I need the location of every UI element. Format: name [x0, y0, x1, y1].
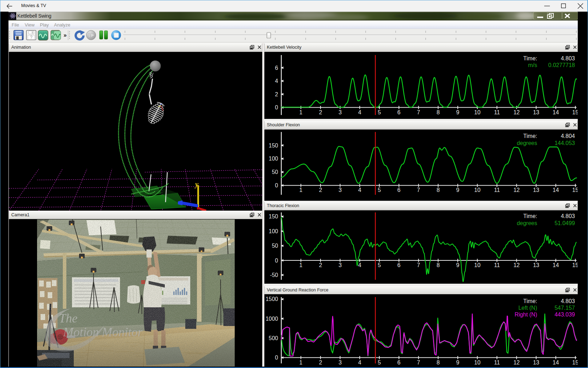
svg-text:degrees: degrees: [517, 140, 537, 146]
svg-text:1: 1: [299, 187, 302, 193]
svg-text:10: 10: [474, 187, 481, 193]
svg-text:7: 7: [417, 109, 420, 115]
svg-text:10: 10: [474, 262, 481, 268]
svg-text:2: 2: [319, 262, 322, 268]
svg-text:0: 0: [275, 104, 278, 110]
svg-text:Right (N): Right (N): [515, 312, 537, 318]
svg-text:Left (N): Left (N): [518, 305, 537, 311]
svg-text:15: 15: [572, 262, 578, 268]
svg-text:degrees: degrees: [517, 220, 537, 226]
svg-text:3: 3: [338, 360, 342, 366]
svg-text:547.157: 547.157: [554, 305, 575, 311]
svg-text:Time:: Time:: [523, 213, 537, 219]
svg-text:6: 6: [397, 187, 401, 193]
svg-text:8: 8: [437, 360, 440, 366]
svg-text:443.039: 443.039: [554, 312, 575, 318]
svg-text:14: 14: [553, 262, 559, 268]
svg-text:10: 10: [474, 360, 481, 366]
svg-text:m/s: m/s: [528, 62, 537, 68]
svg-text:9: 9: [456, 109, 460, 115]
svg-text:13: 13: [533, 360, 539, 366]
svg-text:9: 9: [456, 360, 460, 366]
svg-text:4.803: 4.803: [561, 298, 575, 304]
svg-text:8: 8: [437, 262, 440, 268]
svg-text:Time:: Time:: [523, 133, 537, 139]
svg-text:100: 100: [269, 156, 278, 162]
svg-text:4: 4: [275, 78, 278, 84]
svg-text:150: 150: [269, 213, 278, 219]
svg-text:6: 6: [275, 65, 278, 71]
svg-text:6: 6: [397, 262, 401, 268]
svg-text:7: 7: [417, 187, 420, 193]
svg-text:4.803: 4.803: [561, 213, 575, 219]
svg-text:6: 6: [397, 109, 401, 115]
svg-text:6: 6: [397, 360, 401, 366]
svg-text:150: 150: [269, 142, 278, 148]
svg-text:8: 8: [437, 187, 440, 193]
svg-text:15: 15: [572, 109, 578, 115]
svg-text:0: 0: [275, 258, 278, 264]
svg-text:0: 0: [275, 182, 278, 188]
svg-text:0.0277718: 0.0277718: [548, 62, 575, 68]
svg-text:5: 5: [378, 187, 381, 193]
svg-text:9: 9: [456, 262, 460, 268]
svg-text:4.803: 4.803: [561, 55, 575, 61]
svg-text:4: 4: [358, 187, 361, 193]
svg-text:11: 11: [494, 360, 500, 366]
svg-text:11: 11: [494, 262, 500, 268]
svg-text:14: 14: [553, 109, 559, 115]
svg-text:14: 14: [553, 187, 559, 193]
svg-text:1: 1: [299, 360, 302, 366]
svg-text:50: 50: [272, 169, 278, 175]
svg-text:12: 12: [514, 360, 520, 366]
svg-text:4.804: 4.804: [561, 133, 575, 139]
svg-text:4: 4: [358, 360, 361, 366]
svg-text:12: 12: [514, 187, 520, 193]
svg-text:100: 100: [269, 228, 278, 234]
svg-text:»: »: [64, 32, 67, 38]
svg-text:5: 5: [378, 360, 381, 366]
svg-text:1000: 1000: [265, 316, 278, 322]
svg-text:7: 7: [417, 360, 420, 366]
svg-text:Time:: Time:: [523, 55, 537, 61]
svg-text:50: 50: [272, 243, 278, 249]
svg-text:4: 4: [358, 262, 361, 268]
svg-text:500: 500: [269, 335, 278, 341]
svg-text:13: 13: [533, 262, 539, 268]
svg-text:-50: -50: [270, 272, 278, 278]
svg-text:0: 0: [275, 355, 278, 361]
svg-text:11: 11: [494, 187, 500, 193]
svg-text:51.0499: 51.0499: [554, 220, 575, 226]
svg-text:12: 12: [514, 262, 520, 268]
svg-text:5: 5: [378, 109, 381, 115]
svg-text:7: 7: [417, 262, 420, 268]
svg-text:8: 8: [437, 109, 440, 115]
svg-text:2: 2: [319, 360, 322, 366]
svg-text:3: 3: [338, 187, 342, 193]
svg-text:y: y: [194, 180, 198, 188]
svg-text:12: 12: [514, 109, 520, 115]
svg-text:4: 4: [358, 109, 361, 115]
svg-text:144.053: 144.053: [554, 140, 575, 146]
svg-text:13: 13: [533, 109, 539, 115]
svg-text:11: 11: [494, 109, 500, 115]
svg-text:15: 15: [572, 360, 578, 366]
svg-text:2: 2: [319, 109, 322, 115]
svg-text:1: 1: [299, 262, 302, 268]
svg-text:Time:: Time:: [523, 298, 537, 304]
svg-text:9: 9: [456, 187, 460, 193]
svg-text:3: 3: [338, 109, 342, 115]
svg-text:13: 13: [533, 187, 539, 193]
svg-text:2: 2: [319, 187, 322, 193]
svg-text:14: 14: [553, 360, 559, 366]
svg-text:3: 3: [338, 262, 342, 268]
svg-text:15: 15: [572, 187, 578, 193]
svg-text:1: 1: [299, 109, 302, 115]
svg-text:5: 5: [378, 262, 381, 268]
svg-text:1500: 1500: [265, 296, 278, 302]
svg-text:2: 2: [275, 91, 278, 97]
svg-text:?: ?: [30, 35, 32, 40]
svg-text:10: 10: [474, 109, 481, 115]
